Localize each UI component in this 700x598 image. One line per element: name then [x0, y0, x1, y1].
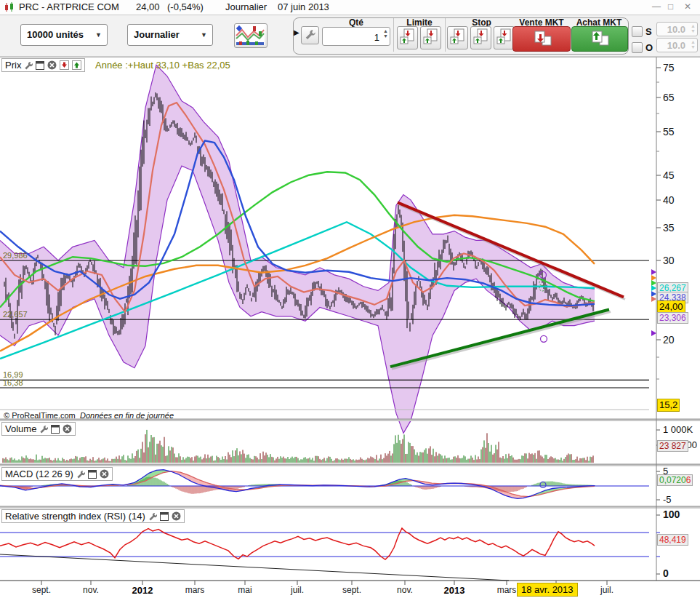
- copyright-note: Données en fin de journée: [80, 411, 174, 420]
- copyright: © ProRealTime.com: [4, 411, 76, 420]
- 45-price-tick: 45: [663, 170, 675, 181]
- window-icon[interactable]: [51, 424, 60, 436]
- wrench-icon[interactable]: [148, 511, 157, 524]
- rsi-panel-title: Relative strength index (RSI) (14): [5, 511, 145, 522]
- macd-value-tag: 0,07206: [657, 474, 693, 486]
- 30-price-tick: 30: [663, 255, 675, 266]
- x-axis-label: 2013: [444, 585, 465, 596]
- macd-tick: -5: [663, 494, 672, 505]
- buy-arrow-icon[interactable]: [72, 60, 81, 73]
- window-icon[interactable]: [36, 60, 44, 73]
- rsi-panel-header: Relative strength index (RSI) (14): [1, 509, 185, 523]
- close-icon[interactable]: [100, 469, 109, 482]
- x-axis-label: mai: [238, 585, 252, 595]
- price-panel-title: Prix: [5, 60, 21, 71]
- x-axis-label: sept.: [342, 585, 361, 595]
- wrench-icon[interactable]: [24, 60, 33, 73]
- charts-canvas: [0, 0, 700, 598]
- sell-arrow-icon[interactable]: [60, 60, 69, 73]
- x-axis-label: juil.: [600, 585, 613, 595]
- wrench-icon[interactable]: [39, 424, 48, 436]
- year-high-low-info: Année :+Haut 33,10 +Bas 22,05: [95, 60, 230, 71]
- macd-signal-partial: 6: [686, 475, 691, 485]
- volume-panel-title: Volume: [5, 423, 36, 434]
- price-level-label: 22,657: [3, 310, 28, 319]
- 35-price-tick: 35: [663, 222, 675, 234]
- volume-value-tag: 23 827: [657, 440, 688, 452]
- close-icon[interactable]: [63, 424, 72, 436]
- x-axis-label: mars: [185, 585, 205, 595]
- close-icon[interactable]: [172, 511, 181, 524]
- window-icon[interactable]: [88, 469, 97, 482]
- date-highlight-badge: 18 avr. 2013: [517, 583, 578, 597]
- volume-tick: 1 000K: [663, 424, 693, 435]
- 65-price-tick: 65: [663, 92, 675, 103]
- 40-price-tick: 40: [663, 194, 675, 206]
- macd-panel-title: MACD (12 26 9): [5, 469, 73, 479]
- rsi-tick: 100: [663, 509, 680, 520]
- volume-panel-header: Volume: [1, 422, 76, 436]
- rsi-tick: 0: [663, 567, 669, 579]
- price-panel-header: Prix: [1, 58, 85, 72]
- wrench-icon[interactable]: [76, 469, 85, 482]
- price-tag: 23,306: [657, 312, 688, 324]
- x-axis-label: mars: [497, 585, 517, 595]
- x-axis-label: 2012: [132, 585, 153, 596]
- x-axis-label: sept.: [32, 585, 51, 595]
- price-level-label: 29,986: [3, 251, 28, 260]
- window-icon[interactable]: [160, 511, 169, 524]
- x-axis-label: nov.: [397, 585, 413, 595]
- price-tag: 15,2: [657, 399, 680, 412]
- price-level-label: 16,38: [3, 378, 23, 387]
- x-axis-label: nov.: [83, 585, 99, 595]
- 20-price-tick: 20: [663, 334, 675, 346]
- 55-price-tick: 55: [663, 126, 675, 137]
- close-icon[interactable]: [47, 60, 57, 73]
- x-axis-label: juil.: [291, 585, 304, 595]
- rsi-value-tag: 48,419: [657, 534, 688, 546]
- macd-panel-header: MACD (12 26 9): [1, 467, 113, 481]
- 75-price-tick: 75: [663, 62, 675, 73]
- trading-window: PRC - ARTPRICE COM 24,00 (-0,54%) Journa…: [0, 0, 700, 598]
